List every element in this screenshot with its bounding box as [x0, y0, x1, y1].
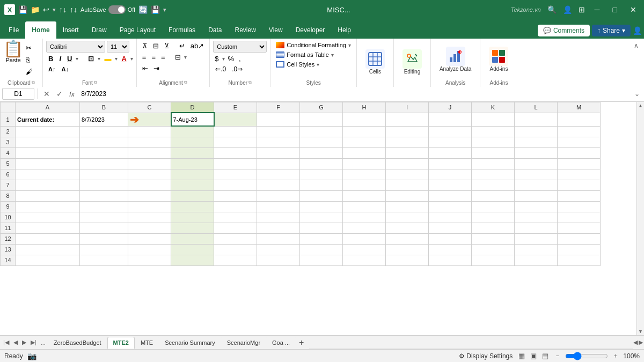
cell-I1[interactable]: [386, 113, 429, 126]
confirm-formula-btn[interactable]: ✓: [54, 88, 65, 99]
merge-btn[interactable]: ⊟: [173, 52, 183, 62]
bold-button[interactable]: B: [46, 54, 55, 64]
orientation-btn[interactable]: ab↗: [188, 41, 206, 51]
zoom-out-btn[interactable]: －: [554, 351, 561, 360]
add-sheet-btn[interactable]: +: [296, 338, 307, 348]
fmt-table-arrow[interactable]: ▾: [331, 52, 334, 58]
col-header-G[interactable]: G: [300, 102, 343, 113]
cell-ref-box[interactable]: D1: [2, 88, 34, 100]
font-expand[interactable]: ⧉: [94, 80, 97, 85]
font-size-select[interactable]: 11: [107, 41, 129, 53]
cell-E1[interactable]: [214, 113, 257, 126]
row-num-6[interactable]: 6: [1, 169, 16, 180]
folder-icon[interactable]: 📁: [31, 5, 40, 14]
row-num-3[interactable]: 3: [1, 137, 16, 147]
row-num-8[interactable]: 8: [1, 190, 16, 201]
display-settings-btn[interactable]: ⚙ Display Settings: [459, 352, 513, 360]
copy-icon[interactable]: ⎘: [24, 55, 34, 65]
search-icon[interactable]: 🔍: [547, 5, 557, 14]
italic-button[interactable]: I: [57, 54, 63, 64]
conditional-formatting-btn[interactable]: Conditional Formatting ▾: [274, 41, 353, 49]
zoom-in-btn[interactable]: ＋: [612, 351, 619, 360]
row-num-11[interactable]: 11: [1, 223, 16, 233]
account-icon[interactable]: 👤: [563, 5, 572, 14]
tab-prev-btn[interactable]: ◀: [11, 338, 20, 347]
border-arrow[interactable]: ▾: [98, 56, 100, 62]
scroll-down-btn[interactable]: ▼: [637, 328, 644, 335]
col-header-H[interactable]: H: [343, 102, 386, 113]
cut-icon[interactable]: ✂: [24, 43, 34, 54]
sheet-tab-MTE2[interactable]: MTE2: [107, 337, 135, 349]
cell-C1[interactable]: ➔: [128, 113, 171, 126]
tab-data[interactable]: Data: [202, 21, 228, 39]
row-num-12[interactable]: 12: [1, 233, 16, 244]
sheet-tab-MTE[interactable]: MTE: [135, 337, 159, 349]
comma-btn[interactable]: ,: [237, 54, 243, 63]
col-header-I[interactable]: I: [386, 102, 429, 113]
analyze-data-btn[interactable]: ✦ Analyze Data: [436, 46, 474, 73]
comments-button[interactable]: 💬 Comments: [538, 25, 590, 36]
editing-big-btn[interactable]: Editing: [399, 48, 425, 76]
cell-styles-arrow[interactable]: ▾: [317, 62, 319, 68]
align-top-btn[interactable]: ⊼: [140, 41, 150, 51]
clipboard-expand[interactable]: ⧉: [32, 80, 35, 85]
refresh-icon[interactable]: 🔄: [138, 5, 148, 14]
format-as-table-btn[interactable]: Format as Table ▾: [274, 50, 336, 59]
row-num-7[interactable]: 7: [1, 180, 16, 190]
tab-first-btn[interactable]: |◀: [1, 338, 11, 347]
col-header-C[interactable]: C: [128, 102, 171, 113]
col-header-K[interactable]: K: [472, 102, 515, 113]
accounting-format-btn[interactable]: $: [213, 54, 220, 63]
row-num-2[interactable]: 2: [1, 126, 16, 137]
cell-K1[interactable]: [472, 113, 515, 126]
number-format-select[interactable]: Custom General Number Currency Accountin…: [213, 41, 267, 53]
align-middle-btn[interactable]: ⊟: [151, 41, 161, 51]
cell-G1[interactable]: [300, 113, 343, 126]
tab-insert[interactable]: Insert: [56, 21, 85, 39]
increase-decimal-btn[interactable]: .0⇒: [230, 65, 245, 73]
decrease-decimal-btn[interactable]: ⇐.0: [213, 65, 228, 73]
formula-expand-btn[interactable]: ⌄: [632, 90, 642, 98]
format-painter-icon[interactable]: 🖌: [24, 67, 34, 77]
underline-button[interactable]: U: [65, 54, 74, 64]
col-header-D[interactable]: D: [171, 102, 214, 113]
tab-scroll-left-btn[interactable]: ◀: [633, 339, 638, 346]
scroll-up-btn[interactable]: ▲: [637, 102, 644, 109]
col-header-J[interactable]: J: [429, 102, 472, 113]
alignment-expand[interactable]: ⧉: [184, 80, 187, 85]
row-num-4[interactable]: 4: [1, 147, 16, 158]
col-header-E[interactable]: E: [214, 102, 257, 113]
cells-big-btn[interactable]: Cells: [362, 48, 388, 76]
zoom-slider[interactable]: [565, 352, 608, 360]
cell-styles-btn[interactable]: Cell Styles ▾: [274, 60, 321, 69]
row-num-14[interactable]: 14: [1, 255, 16, 265]
share-button[interactable]: ↑ Share ▾: [592, 25, 631, 36]
sort-asc-icon[interactable]: ↑↓: [59, 5, 67, 14]
increase-indent-btn[interactable]: ⇥: [151, 63, 162, 73]
sheet-tab-ScenarioSummary[interactable]: Scenario Summary: [159, 337, 221, 349]
row-num-1[interactable]: 1: [1, 113, 16, 126]
row-num-10[interactable]: 10: [1, 212, 16, 223]
fill-color-arrow[interactable]: ▾: [115, 56, 118, 62]
col-header-M[interactable]: M: [558, 102, 601, 113]
col-header-B[interactable]: B: [80, 102, 128, 113]
number-expand[interactable]: ⧉: [248, 80, 252, 85]
border-button[interactable]: ⊡: [86, 54, 96, 64]
col-header-F[interactable]: F: [257, 102, 300, 113]
align-left-btn[interactable]: ≡: [140, 52, 149, 62]
sort-desc-icon[interactable]: ↑↓: [70, 5, 77, 14]
cell-A1[interactable]: Current date:: [16, 113, 80, 126]
decrease-indent-btn[interactable]: ⇤: [140, 63, 150, 73]
font-color-button[interactable]: A: [119, 54, 128, 64]
sheet-tab-ZeroBasedBudget[interactable]: ZeroBasedBudget: [48, 337, 107, 349]
save-icon[interactable]: 💾: [18, 5, 27, 14]
cell-A2[interactable]: [16, 126, 80, 137]
tab-review[interactable]: Review: [228, 21, 262, 39]
increase-font-btn[interactable]: A↑: [46, 65, 57, 73]
tab-file[interactable]: File: [2, 21, 25, 39]
tab-home[interactable]: Home: [25, 21, 56, 39]
row-num-5[interactable]: 5: [1, 158, 16, 169]
paste-button[interactable]: 📋 Paste: [3, 41, 23, 63]
col-header-L[interactable]: L: [515, 102, 558, 113]
fill-color-button[interactable]: ▬: [102, 54, 113, 64]
